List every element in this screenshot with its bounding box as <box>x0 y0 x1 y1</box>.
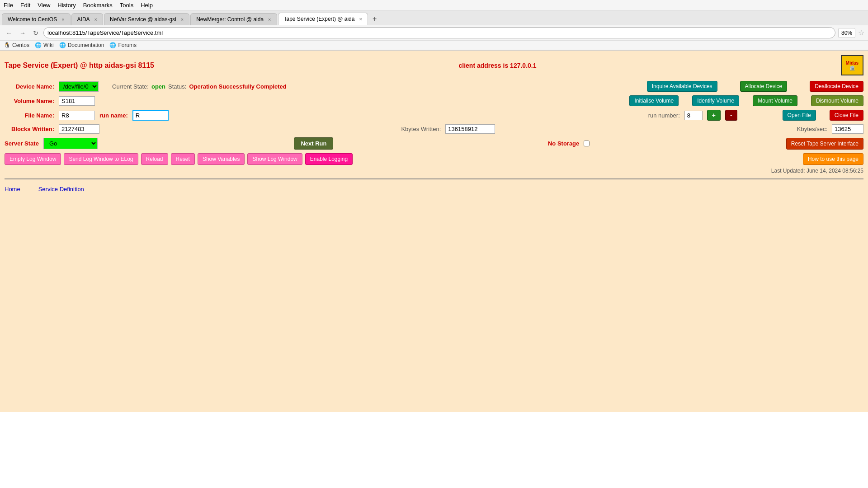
menu-help[interactable]: Help <box>141 2 153 9</box>
tab-aida-label: AIDA <box>77 16 90 23</box>
file-name-label: File Name: <box>5 112 54 119</box>
page-content: Tape Service (Expert) @ http aidas-gsi 8… <box>0 51 868 412</box>
device-name-label: Device Name: <box>5 83 54 90</box>
wiki-icon: 🌐 <box>35 42 42 48</box>
tab-welcome-label: Welcome to CentOS <box>8 16 57 23</box>
bookmark-forums[interactable]: 🌐 Forums <box>109 42 137 48</box>
tab-tape-close[interactable]: × <box>359 16 362 22</box>
dismount-button[interactable]: Dismount Volume <box>811 95 863 106</box>
blocks-written-input[interactable] <box>59 124 99 134</box>
client-address: client address is 127.0.0.1 <box>458 62 536 69</box>
empty-log-button[interactable]: Empty Log Window <box>5 153 61 165</box>
menu-view[interactable]: View <box>38 2 50 9</box>
run-number-input[interactable] <box>684 111 703 120</box>
allocate-button[interactable]: Allocate Device <box>740 81 788 92</box>
run-number-plus[interactable]: + <box>707 110 721 121</box>
blocks-written-label: Blocks Written: <box>5 126 54 132</box>
reset-button[interactable]: Reset <box>171 153 195 165</box>
menu-bookmarks[interactable]: Bookmarks <box>83 2 113 9</box>
bookmark-wiki[interactable]: 🌐 Wiki <box>35 42 54 48</box>
current-state-value: open <box>151 83 165 90</box>
tab-aida[interactable]: AIDA × <box>71 13 103 25</box>
inquire-button[interactable]: Inquire Available Devices <box>647 81 717 92</box>
bookmark-centos[interactable]: 🐧 Centos <box>4 42 29 48</box>
current-state-label: Current State: <box>112 83 149 90</box>
separator <box>5 178 863 179</box>
bookmark-wiki-label: Wiki <box>43 42 54 48</box>
kbytes-sec-input[interactable] <box>832 124 863 134</box>
how-to-button[interactable]: How to use this page <box>803 153 863 165</box>
forums-icon: 🌐 <box>109 42 116 48</box>
server-state-label: Server State <box>5 140 39 147</box>
service-def-link[interactable]: Service Definition <box>38 186 84 192</box>
tab-tape[interactable]: Tape Service (Expert) @ aida × <box>278 13 368 25</box>
documentation-icon: 🌐 <box>59 42 66 48</box>
deallocate-button[interactable]: Deallocate Device <box>810 81 863 92</box>
server-state-select[interactable]: Go <box>43 138 98 149</box>
enable-logging-button[interactable]: Enable Logging <box>305 153 353 165</box>
bookmark-documentation-label: Documentation <box>68 42 104 48</box>
status-value: Operation Successfully Completed <box>189 83 286 90</box>
tab-welcome-close[interactable]: × <box>61 17 64 22</box>
tab-newmerger[interactable]: NewMerger: Control @ aida × <box>190 13 277 25</box>
tab-aida-close[interactable]: × <box>94 17 97 22</box>
volume-name-label: Volume Name: <box>5 98 54 104</box>
device-name-select[interactable]: /dev/file/0 <box>59 81 99 92</box>
menu-file[interactable]: File <box>4 2 13 9</box>
menu-bar: File Edit View History Bookmarks Tools H… <box>0 0 868 11</box>
bookmarks-bar: 🐧 Centos 🌐 Wiki 🌐 Documentation 🌐 Forums <box>0 41 868 50</box>
close-file-button[interactable]: Close File <box>830 110 863 121</box>
no-storage-checkbox[interactable] <box>584 141 590 146</box>
forward-button[interactable]: → <box>17 28 28 38</box>
bookmark-star[interactable]: ☆ <box>858 28 864 37</box>
initialise-button[interactable]: Initialise Volume <box>629 95 679 106</box>
next-run-button[interactable]: Next Run <box>294 137 333 150</box>
identify-button[interactable]: Identify Volume <box>692 95 739 106</box>
kbytes-written-input[interactable] <box>445 124 495 134</box>
menu-edit[interactable]: Edit <box>20 2 30 9</box>
tab-netvar-close[interactable]: × <box>181 17 184 22</box>
back-button[interactable]: ← <box>4 28 14 38</box>
page-header: Tape Service (Expert) @ http aidas-gsi 8… <box>5 55 863 75</box>
home-link[interactable]: Home <box>5 186 20 192</box>
reload-button[interactable]: Reload <box>141 153 168 165</box>
bookmark-documentation[interactable]: 🌐 Documentation <box>59 42 104 48</box>
address-bar: ← → ↻ 80% ☆ <box>0 25 868 41</box>
menu-tools[interactable]: Tools <box>120 2 133 9</box>
reset-tape-button[interactable]: Reset Tape Server Interface <box>786 138 863 150</box>
logo-text: Midas🏛️ <box>846 61 859 70</box>
address-input[interactable] <box>43 27 835 38</box>
tab-add-button[interactable]: + <box>369 13 380 25</box>
status-label: Status: <box>168 83 186 90</box>
kbytes-sec-label: Kbytes/sec: <box>797 126 827 132</box>
run-name-input[interactable] <box>132 110 169 121</box>
tab-bar: Welcome to CentOS × AIDA × NetVar Servic… <box>0 11 868 25</box>
menu-history[interactable]: History <box>57 2 75 9</box>
tab-welcome[interactable]: Welcome to CentOS × <box>2 13 71 25</box>
tab-netvar[interactable]: NetVar Service @ aidas-gsi × <box>104 13 189 25</box>
show-log-button[interactable]: Show Log Window <box>247 153 302 165</box>
kbytes-written-label: Kbytes Written: <box>401 126 441 132</box>
tab-newmerger-label: NewMerger: Control @ aida <box>196 16 264 23</box>
last-updated: Last Updated: June 14, 2024 08:56:25 <box>5 168 863 174</box>
show-variables-button[interactable]: Show Variables <box>198 153 245 165</box>
mount-button[interactable]: Mount Volume <box>753 95 797 106</box>
run-name-label: run name: <box>99 112 128 119</box>
run-number-minus[interactable]: - <box>725 110 737 121</box>
tab-newmerger-close[interactable]: × <box>268 17 271 22</box>
tab-netvar-label: NetVar Service @ aidas-gsi <box>110 16 176 23</box>
run-number-label: run number: <box>648 112 680 119</box>
send-log-button[interactable]: Send Log Window to ELog <box>64 153 138 165</box>
open-file-button[interactable]: Open File <box>783 110 816 121</box>
file-name-input[interactable] <box>59 111 95 120</box>
zoom-level: 80% <box>838 28 855 38</box>
tab-tape-label: Tape Service (Expert) @ aida <box>284 16 355 22</box>
bookmark-forums-label: Forums <box>118 42 137 48</box>
centos-icon: 🐧 <box>4 42 10 48</box>
no-storage-label: No Storage <box>548 140 579 147</box>
volume-name-input[interactable] <box>59 96 95 106</box>
footer-links: Home Service Definition <box>5 184 863 194</box>
logo: Midas🏛️ <box>841 55 863 75</box>
reload-nav-button[interactable]: ↻ <box>31 28 41 38</box>
page-title: Tape Service (Expert) @ http aidas-gsi 8… <box>5 61 154 70</box>
